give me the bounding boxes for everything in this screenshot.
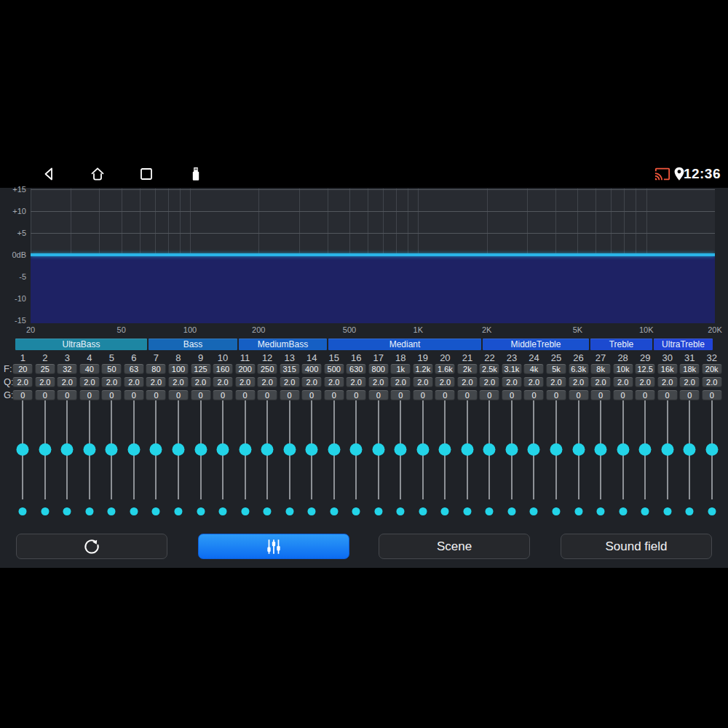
band-reset-dot[interactable] (41, 507, 49, 515)
band-gain-value[interactable]: 0 (391, 390, 411, 400)
usb-drive-icon[interactable] (187, 165, 205, 183)
slider-knob[interactable] (61, 443, 74, 456)
band-gain-value[interactable]: 0 (413, 390, 432, 400)
band-gain-value[interactable]: 0 (502, 390, 521, 400)
band-gain-value[interactable]: 0 (613, 390, 633, 400)
slider-knob[interactable] (439, 443, 451, 456)
band-gain-value[interactable]: 0 (102, 390, 122, 400)
slider-knob[interactable] (461, 443, 473, 456)
band-reset-dot[interactable] (174, 507, 182, 515)
band-gain-value[interactable]: 0 (702, 390, 721, 400)
band-gain-value[interactable]: 0 (368, 390, 388, 400)
band-frequency-value[interactable]: 18k (680, 364, 700, 374)
band-reset-dot[interactable] (63, 507, 71, 515)
band-group-header-middletreble[interactable]: MiddleTreble (483, 339, 589, 350)
band-gain-value[interactable]: 0 (79, 390, 99, 400)
slider-knob[interactable] (39, 443, 51, 456)
band-frequency-value[interactable]: 25 (35, 364, 55, 374)
band-q-value[interactable]: 2.0 (102, 377, 122, 387)
band-q-value[interactable]: 2.0 (191, 377, 210, 387)
band-frequency-value[interactable]: 200 (235, 364, 255, 374)
slider-knob[interactable] (194, 443, 207, 456)
band-gain-value[interactable]: 0 (302, 390, 322, 400)
slider-knob[interactable] (172, 443, 184, 456)
band-frequency-value[interactable]: 5k (547, 364, 566, 374)
slider-knob[interactable] (306, 443, 318, 456)
band-gain-value[interactable]: 0 (547, 390, 566, 400)
band-q-value[interactable]: 2.0 (124, 377, 143, 387)
slider-knob[interactable] (416, 443, 429, 456)
band-q-value[interactable]: 2.0 (524, 377, 544, 387)
band-reset-dot[interactable] (130, 507, 138, 515)
band-frequency-value[interactable]: 100 (168, 364, 188, 374)
band-q-value[interactable]: 2.0 (680, 377, 700, 387)
band-q-value[interactable]: 2.0 (13, 377, 33, 387)
band-reset-dot[interactable] (219, 507, 227, 515)
band-gain-value[interactable]: 0 (235, 390, 255, 400)
band-gain-value[interactable]: 0 (591, 390, 611, 400)
band-q-value[interactable]: 2.0 (79, 377, 99, 387)
band-q-value[interactable]: 2.0 (258, 377, 277, 387)
band-q-value[interactable]: 2.0 (457, 377, 477, 387)
band-q-value[interactable]: 2.0 (235, 377, 255, 387)
band-frequency-value[interactable]: 10k (613, 364, 633, 374)
slider-knob[interactable] (661, 443, 673, 456)
back-icon[interactable] (41, 165, 58, 183)
band-gain-value[interactable]: 0 (258, 390, 277, 400)
band-reset-dot[interactable] (308, 507, 316, 515)
band-frequency-value[interactable]: 250 (258, 364, 277, 374)
slider-knob[interactable] (106, 443, 118, 456)
band-reset-dot[interactable] (486, 507, 494, 515)
band-frequency-value[interactable]: 80 (146, 364, 166, 374)
band-gain-value[interactable]: 0 (213, 390, 233, 400)
slider-knob[interactable] (684, 443, 696, 456)
band-gain-value[interactable]: 0 (58, 390, 77, 400)
band-gain-value[interactable]: 0 (457, 390, 477, 400)
band-reset-dot[interactable] (330, 507, 338, 515)
slider-knob[interactable] (127, 443, 140, 456)
band-q-value[interactable]: 2.0 (657, 377, 677, 387)
band-q-value[interactable]: 2.0 (168, 377, 188, 387)
band-reset-dot[interactable] (397, 507, 405, 515)
band-reset-dot[interactable] (285, 507, 293, 515)
band-q-value[interactable]: 2.0 (302, 377, 322, 387)
band-gain-value[interactable]: 0 (191, 390, 210, 400)
band-q-value[interactable]: 2.0 (413, 377, 432, 387)
band-reset-dot[interactable] (619, 507, 627, 515)
band-q-value[interactable]: 2.0 (35, 377, 55, 387)
band-reset-dot[interactable] (463, 507, 471, 515)
band-reset-dot[interactable] (507, 507, 515, 515)
cast-icon[interactable] (654, 166, 670, 182)
recents-icon[interactable] (138, 165, 155, 183)
slider-knob[interactable] (372, 443, 384, 456)
band-frequency-value[interactable]: 2k (457, 364, 477, 374)
band-frequency-value[interactable]: 63 (124, 364, 143, 374)
band-gain-value[interactable]: 0 (435, 390, 455, 400)
slider-knob[interactable] (617, 443, 629, 456)
band-reset-dot[interactable] (241, 507, 249, 515)
slider-knob[interactable] (639, 443, 652, 456)
band-q-value[interactable]: 2.0 (547, 377, 566, 387)
band-group-header-treble[interactable]: Treble (590, 339, 652, 350)
band-reset-dot[interactable] (108, 507, 116, 515)
band-reset-dot[interactable] (553, 507, 561, 515)
band-group-header-ultrabass[interactable]: UltraBass (15, 339, 147, 350)
band-frequency-value[interactable]: 315 (280, 364, 299, 374)
band-frequency-value[interactable]: 500 (324, 364, 344, 374)
band-reset-dot[interactable] (708, 507, 716, 515)
band-reset-dot[interactable] (530, 507, 538, 515)
slider-knob[interactable] (217, 443, 229, 456)
band-gain-value[interactable]: 0 (324, 390, 344, 400)
band-q-value[interactable]: 2.0 (280, 377, 299, 387)
band-q-value[interactable]: 2.0 (591, 377, 611, 387)
band-q-value[interactable]: 2.0 (636, 377, 655, 387)
band-gain-value[interactable]: 0 (124, 390, 143, 400)
slider-knob[interactable] (572, 443, 585, 456)
band-q-value[interactable]: 2.0 (435, 377, 455, 387)
sound-field-button[interactable]: Sound field (561, 534, 712, 559)
slider-knob[interactable] (17, 443, 29, 456)
band-frequency-value[interactable]: 1k (391, 364, 411, 374)
slider-knob[interactable] (261, 443, 274, 456)
band-q-value[interactable]: 2.0 (213, 377, 233, 387)
band-reset-dot[interactable] (686, 507, 694, 515)
